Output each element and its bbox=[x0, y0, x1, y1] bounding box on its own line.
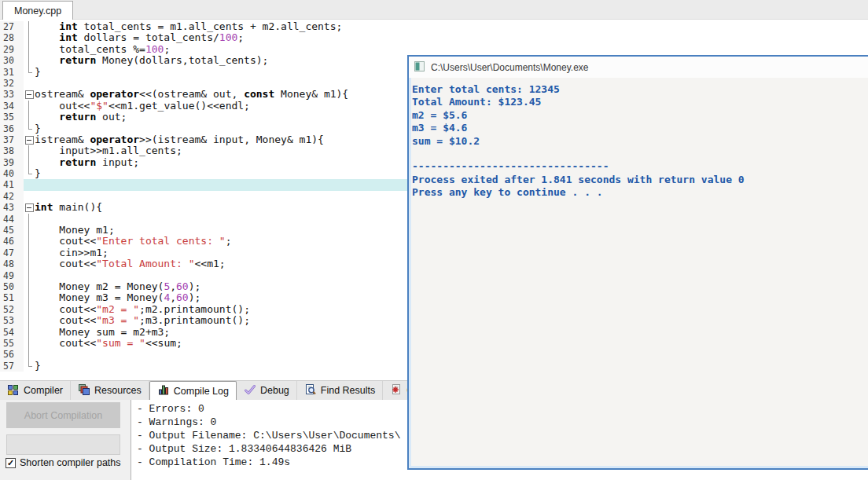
line-number[interactable]: 50 bbox=[0, 281, 24, 292]
code-line[interactable]: 29 total_cents %=100; bbox=[0, 44, 868, 55]
line-number[interactable]: 44 bbox=[0, 214, 24, 225]
fold-gutter bbox=[24, 191, 35, 202]
shorten-paths-checkbox[interactable]: ✓ bbox=[6, 458, 16, 468]
line-number[interactable]: 31 bbox=[0, 67, 24, 78]
line-number[interactable]: 52 bbox=[0, 304, 24, 315]
line-number[interactable]: 54 bbox=[0, 327, 24, 338]
line-number[interactable]: 27 bbox=[0, 21, 24, 32]
fold-gutter bbox=[24, 78, 35, 89]
line-number[interactable]: 28 bbox=[0, 32, 24, 43]
line-number[interactable]: 40 bbox=[0, 168, 24, 179]
line-number[interactable]: 36 bbox=[0, 123, 24, 134]
fold-line-marker bbox=[24, 21, 35, 32]
fold-line-marker bbox=[24, 112, 35, 123]
line-number[interactable]: 51 bbox=[0, 292, 24, 303]
code-text: int dollars = total_cents/100; bbox=[35, 32, 868, 43]
shorten-paths-label: Shorten compiler paths bbox=[20, 457, 121, 468]
fold-gutter bbox=[24, 179, 35, 190]
fold-line-marker bbox=[24, 225, 35, 236]
line-number[interactable]: 38 bbox=[0, 145, 24, 156]
resources-icon bbox=[78, 383, 90, 398]
line-number[interactable]: 46 bbox=[0, 236, 24, 247]
console-line: sum = $10.2 bbox=[412, 135, 868, 148]
tab-compile-log[interactable]: Compile Log bbox=[149, 381, 237, 400]
abort-compilation-label: Abort Compilation bbox=[24, 410, 102, 421]
console-line: Process exited after 1.841 seconds with … bbox=[412, 174, 868, 186]
line-number[interactable]: 30 bbox=[0, 55, 24, 66]
console-line: Total Amount: $123.45 bbox=[412, 96, 868, 108]
tab-compiler[interactable]: Compiler bbox=[0, 381, 71, 400]
code-text: int total_cents = m1.all_cents + m2.all_… bbox=[35, 21, 868, 32]
console-line: -------------------------------- bbox=[412, 160, 868, 173]
tab-debug[interactable]: Debug bbox=[237, 381, 297, 400]
bottom-tab-label: Find Results bbox=[321, 385, 375, 396]
line-number[interactable]: 41 bbox=[0, 179, 24, 190]
line-number[interactable]: 34 bbox=[0, 101, 24, 112]
code-line[interactable]: 28 int dollars = total_cents/100; bbox=[0, 32, 868, 43]
code-line-body: int total_cents = m1.all_cents + m2.all_… bbox=[24, 21, 868, 32]
console-titlebar[interactable]: C:\Users\User\Documents\Money.exe bbox=[409, 57, 868, 78]
line-number[interactable]: 39 bbox=[0, 157, 24, 168]
console-line: Enter total cents: 12345 bbox=[412, 83, 868, 96]
bottom-tab-label: Debug bbox=[260, 385, 289, 396]
tab-find-results[interactable]: Find Results bbox=[297, 381, 383, 400]
fold-line-marker bbox=[24, 270, 35, 281]
line-number[interactable]: 47 bbox=[0, 247, 24, 258]
code-line[interactable]: 27 int total_cents = m1.all_cents + m2.a… bbox=[0, 21, 868, 32]
fold-line-marker bbox=[24, 304, 35, 315]
file-tab-label: Money.cpp bbox=[14, 5, 61, 16]
line-number[interactable]: 55 bbox=[0, 338, 24, 349]
fold-end-marker bbox=[24, 361, 35, 372]
console-app-icon bbox=[414, 61, 425, 74]
line-number[interactable]: 48 bbox=[0, 258, 24, 269]
fold-line-marker bbox=[24, 258, 35, 269]
line-number[interactable]: 29 bbox=[0, 44, 24, 55]
fold-line-marker bbox=[24, 281, 35, 292]
fold-line-marker bbox=[24, 214, 35, 225]
code-text: total_cents %=100; bbox=[35, 44, 868, 55]
fold-box-marker[interactable] bbox=[24, 89, 35, 100]
compile-progress-bar bbox=[6, 434, 120, 455]
console-line bbox=[412, 148, 868, 160]
line-number[interactable]: 33 bbox=[0, 89, 24, 100]
console-line: Press any key to continue . . . bbox=[412, 186, 868, 199]
fold-line-marker bbox=[24, 292, 35, 303]
fold-line-marker bbox=[24, 55, 35, 66]
console-window: C:\Users\User\Documents\Money.exe Enter … bbox=[407, 55, 868, 470]
fold-line-marker bbox=[24, 315, 35, 326]
ide-window: Money.cpp 27 int total_cents = m1.all_ce… bbox=[0, 0, 868, 480]
fold-line-marker bbox=[24, 338, 35, 349]
line-number[interactable]: 37 bbox=[0, 134, 24, 145]
file-tabstrip: Money.cpp bbox=[0, 0, 868, 20]
compiler-icon bbox=[7, 383, 20, 398]
fold-end-marker bbox=[24, 168, 35, 179]
line-number[interactable]: 35 bbox=[0, 112, 24, 123]
fold-box-marker[interactable] bbox=[24, 202, 35, 213]
fold-box-marker[interactable] bbox=[24, 134, 35, 145]
console-line: m2 = $5.6 bbox=[412, 109, 868, 122]
tab-resources[interactable]: Resources bbox=[71, 381, 149, 400]
console-line: m3 = $4.6 bbox=[412, 122, 868, 134]
line-number[interactable]: 32 bbox=[0, 78, 24, 89]
fold-line-marker bbox=[24, 236, 35, 247]
fold-line-marker bbox=[24, 349, 35, 360]
line-number[interactable]: 45 bbox=[0, 225, 24, 236]
line-number[interactable]: 49 bbox=[0, 270, 24, 281]
line-number[interactable]: 57 bbox=[0, 361, 24, 372]
line-number[interactable]: 56 bbox=[0, 349, 24, 360]
fold-line-marker bbox=[24, 44, 35, 55]
line-number[interactable]: 42 bbox=[0, 191, 24, 202]
line-number[interactable]: 53 bbox=[0, 315, 24, 326]
abort-compilation-button[interactable]: Abort Compilation bbox=[6, 402, 120, 428]
console-output[interactable]: Enter total cents: 12345Total Amount: $1… bbox=[410, 79, 868, 465]
console-title-text: C:\Users\User\Documents\Money.exe bbox=[431, 62, 589, 73]
compile-log-icon bbox=[157, 383, 170, 398]
fold-line-marker bbox=[24, 101, 35, 112]
fold-line-marker bbox=[24, 145, 35, 156]
tab-money-cpp[interactable]: Money.cpp bbox=[2, 1, 73, 20]
fold-end-marker bbox=[24, 123, 35, 134]
code-line-body: int dollars = total_cents/100; bbox=[24, 32, 868, 43]
fold-line-marker bbox=[24, 247, 35, 258]
close-icon bbox=[390, 383, 403, 398]
line-number[interactable]: 43 bbox=[0, 202, 24, 213]
